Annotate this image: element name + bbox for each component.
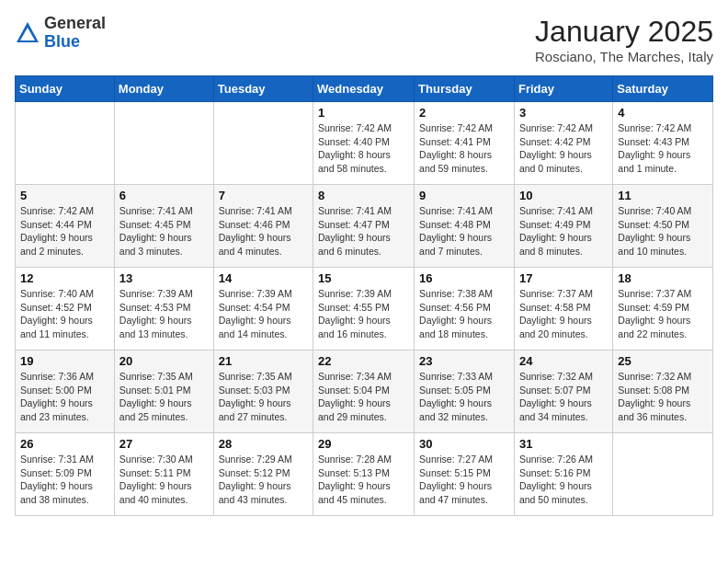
location: Rosciano, The Marches, Italy [535, 49, 713, 64]
calendar-cell: 18Sunrise: 7:37 AM Sunset: 4:59 PM Dayli… [613, 268, 713, 350]
calendar-cell: 3Sunrise: 7:42 AM Sunset: 4:42 PM Daylig… [514, 102, 612, 185]
weekday-header: Wednesday [313, 76, 415, 102]
day-number: 5 [20, 189, 109, 202]
calendar-cell: 10Sunrise: 7:41 AM Sunset: 4:49 PM Dayli… [514, 185, 612, 268]
day-number: 23 [419, 354, 509, 368]
day-detail: Sunrise: 7:42 AM Sunset: 4:43 PM Dayligh… [618, 121, 708, 176]
day-detail: Sunrise: 7:35 AM Sunset: 5:01 PM Dayligh… [119, 370, 209, 424]
day-number: 11 [618, 189, 708, 202]
calendar-week: 26Sunrise: 7:31 AM Sunset: 5:09 PM Dayli… [16, 433, 713, 516]
day-detail: Sunrise: 7:40 AM Sunset: 4:50 PM Dayligh… [618, 204, 708, 259]
day-number: 9 [419, 189, 509, 202]
day-detail: Sunrise: 7:41 AM Sunset: 4:45 PM Dayligh… [119, 204, 209, 259]
day-number: 17 [519, 271, 608, 285]
day-detail: Sunrise: 7:41 AM Sunset: 4:48 PM Dayligh… [419, 204, 509, 259]
logo: General Blue [15, 15, 106, 52]
day-detail: Sunrise: 7:36 AM Sunset: 5:00 PM Dayligh… [20, 370, 109, 424]
day-number: 12 [20, 271, 109, 285]
day-detail: Sunrise: 7:39 AM Sunset: 4:53 PM Dayligh… [119, 287, 209, 341]
calendar-cell: 15Sunrise: 7:39 AM Sunset: 4:55 PM Dayli… [313, 268, 415, 350]
calendar-cell [213, 102, 313, 185]
day-number: 20 [119, 354, 209, 368]
calendar-week: 5Sunrise: 7:42 AM Sunset: 4:44 PM Daylig… [16, 185, 713, 268]
calendar-cell: 9Sunrise: 7:41 AM Sunset: 4:48 PM Daylig… [415, 185, 515, 268]
day-detail: Sunrise: 7:28 AM Sunset: 5:13 PM Dayligh… [318, 453, 409, 507]
day-detail: Sunrise: 7:30 AM Sunset: 5:11 PM Dayligh… [119, 453, 209, 507]
calendar-cell: 24Sunrise: 7:32 AM Sunset: 5:07 PM Dayli… [514, 350, 612, 433]
day-detail: Sunrise: 7:34 AM Sunset: 5:04 PM Dayligh… [318, 370, 409, 424]
calendar-cell: 5Sunrise: 7:42 AM Sunset: 4:44 PM Daylig… [16, 185, 115, 268]
weekday-header: Saturday [613, 76, 713, 102]
calendar-week: 19Sunrise: 7:36 AM Sunset: 5:00 PM Dayli… [16, 350, 713, 433]
day-number: 15 [318, 271, 409, 285]
day-number: 16 [419, 271, 509, 285]
calendar-cell: 21Sunrise: 7:35 AM Sunset: 5:03 PM Dayli… [213, 350, 313, 433]
logo-text: General Blue [44, 15, 106, 52]
page-header: General Blue January 2025 Rosciano, The … [15, 15, 713, 64]
day-detail: Sunrise: 7:32 AM Sunset: 5:08 PM Dayligh… [618, 370, 708, 424]
calendar-cell: 13Sunrise: 7:39 AM Sunset: 4:53 PM Dayli… [114, 268, 213, 350]
day-number: 19 [20, 354, 109, 368]
logo-general: General [44, 14, 106, 32]
day-detail: Sunrise: 7:40 AM Sunset: 4:52 PM Dayligh… [20, 287, 109, 341]
day-number: 4 [618, 106, 708, 120]
month-title: January 2025 [535, 15, 713, 49]
calendar-cell [613, 433, 713, 516]
calendar-cell: 7Sunrise: 7:41 AM Sunset: 4:46 PM Daylig… [213, 185, 313, 268]
day-number: 2 [419, 106, 509, 120]
calendar-cell: 16Sunrise: 7:38 AM Sunset: 4:56 PM Dayli… [415, 268, 515, 350]
calendar-cell: 30Sunrise: 7:27 AM Sunset: 5:15 PM Dayli… [415, 433, 515, 516]
logo-icon [15, 20, 40, 46]
day-number: 21 [219, 354, 308, 368]
day-number: 31 [519, 437, 608, 451]
logo-blue: Blue [44, 32, 80, 51]
day-number: 13 [119, 271, 209, 285]
day-detail: Sunrise: 7:31 AM Sunset: 5:09 PM Dayligh… [20, 453, 109, 507]
calendar-cell: 27Sunrise: 7:30 AM Sunset: 5:11 PM Dayli… [114, 433, 213, 516]
day-detail: Sunrise: 7:42 AM Sunset: 4:42 PM Dayligh… [519, 121, 608, 176]
calendar-cell: 25Sunrise: 7:32 AM Sunset: 5:08 PM Dayli… [613, 350, 713, 433]
calendar-cell: 11Sunrise: 7:40 AM Sunset: 4:50 PM Dayli… [613, 185, 713, 268]
day-detail: Sunrise: 7:41 AM Sunset: 4:49 PM Dayligh… [519, 204, 608, 259]
day-number: 27 [119, 437, 209, 451]
calendar-cell: 31Sunrise: 7:26 AM Sunset: 5:16 PM Dayli… [514, 433, 612, 516]
calendar-body: 1Sunrise: 7:42 AM Sunset: 4:40 PM Daylig… [16, 102, 713, 516]
day-detail: Sunrise: 7:32 AM Sunset: 5:07 PM Dayligh… [519, 370, 608, 424]
calendar-week: 12Sunrise: 7:40 AM Sunset: 4:52 PM Dayli… [16, 268, 713, 350]
day-number: 1 [318, 106, 409, 120]
title-block: January 2025 Rosciano, The Marches, Ital… [535, 15, 713, 64]
day-number: 8 [318, 189, 409, 202]
weekday-header: Tuesday [213, 76, 313, 102]
calendar-cell: 26Sunrise: 7:31 AM Sunset: 5:09 PM Dayli… [16, 433, 115, 516]
day-detail: Sunrise: 7:35 AM Sunset: 5:03 PM Dayligh… [219, 370, 308, 424]
calendar-cell: 20Sunrise: 7:35 AM Sunset: 5:01 PM Dayli… [114, 350, 213, 433]
day-number: 24 [519, 354, 608, 368]
day-detail: Sunrise: 7:29 AM Sunset: 5:12 PM Dayligh… [219, 453, 308, 507]
day-detail: Sunrise: 7:39 AM Sunset: 4:55 PM Dayligh… [318, 287, 409, 341]
day-detail: Sunrise: 7:26 AM Sunset: 5:16 PM Dayligh… [519, 453, 608, 507]
day-number: 22 [318, 354, 409, 368]
calendar-cell [114, 102, 213, 185]
day-number: 14 [219, 271, 308, 285]
day-detail: Sunrise: 7:42 AM Sunset: 4:40 PM Dayligh… [318, 121, 409, 176]
calendar-cell: 29Sunrise: 7:28 AM Sunset: 5:13 PM Dayli… [313, 433, 415, 516]
day-detail: Sunrise: 7:42 AM Sunset: 4:44 PM Dayligh… [20, 204, 109, 259]
calendar-cell: 6Sunrise: 7:41 AM Sunset: 4:45 PM Daylig… [114, 185, 213, 268]
day-number: 7 [219, 189, 308, 202]
calendar-cell: 14Sunrise: 7:39 AM Sunset: 4:54 PM Dayli… [213, 268, 313, 350]
calendar-cell: 22Sunrise: 7:34 AM Sunset: 5:04 PM Dayli… [313, 350, 415, 433]
day-detail: Sunrise: 7:37 AM Sunset: 4:58 PM Dayligh… [519, 287, 608, 341]
day-number: 18 [618, 271, 708, 285]
day-detail: Sunrise: 7:27 AM Sunset: 5:15 PM Dayligh… [419, 453, 509, 507]
calendar-cell [16, 102, 115, 185]
calendar-cell: 4Sunrise: 7:42 AM Sunset: 4:43 PM Daylig… [613, 102, 713, 185]
weekday-header: Friday [514, 76, 612, 102]
day-number: 10 [519, 189, 608, 202]
calendar-cell: 17Sunrise: 7:37 AM Sunset: 4:58 PM Dayli… [514, 268, 612, 350]
weekday-row: SundayMondayTuesdayWednesdayThursdayFrid… [16, 76, 713, 102]
calendar-cell: 2Sunrise: 7:42 AM Sunset: 4:41 PM Daylig… [415, 102, 515, 185]
day-number: 30 [419, 437, 509, 451]
day-detail: Sunrise: 7:37 AM Sunset: 4:59 PM Dayligh… [618, 287, 708, 341]
day-number: 3 [519, 106, 608, 120]
calendar-header: SundayMondayTuesdayWednesdayThursdayFrid… [16, 76, 713, 102]
